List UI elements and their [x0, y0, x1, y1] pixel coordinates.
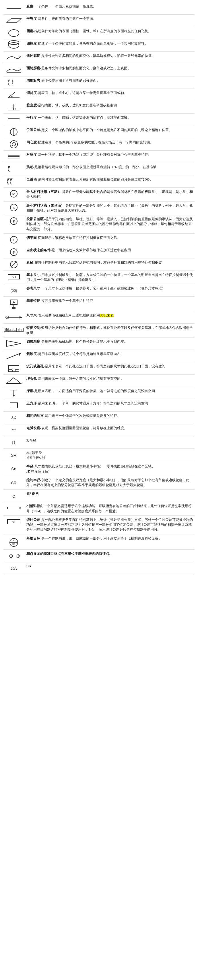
desc-cr: 控制半径-创建了一个定义的定义双宽度（最大和最小半径），他如果相对于它那个框有单…	[26, 478, 195, 488]
row-concentricity: 同心度-描述在其一个条件的2个或更多的功能，在任何场合，有一个共同的旋转轴。	[3, 138, 195, 151]
svg-marker-74	[13, 395, 15, 397]
symbol-lmc: L	[3, 203, 26, 212]
desc-concentricity: 同心度-描述在其一个条件的2个或更多的功能，在任何场合，有一个共同的旋转轴。	[26, 140, 195, 145]
desc-runout2: 跳动-是沿着编程规律形式的一部分表面上通过革命旋转（360度）的一部分，在基准轴	[26, 165, 195, 170]
svg-marker-86	[19, 507, 21, 509]
svg-text:Sø: Sø	[11, 466, 16, 471]
svg-text:A1: A1	[12, 539, 16, 542]
desc-line-profile: 线轮廓度-是条件允许许多相同的剖面变化，翻单边或双边，沿着一条线元素的特征。	[26, 54, 195, 58]
row-line-profile: 线轮廓度-是条件允许许多相同的剖面变化，翻单边或双边，沿着一条线元素的特征。	[3, 52, 195, 64]
row-surface-profile: 面轮廓度-是条件允许许多相同的剖面变化，翻单边或双边，上表面。	[3, 64, 195, 76]
svg-text:⊕: ⊕	[9, 553, 13, 559]
row-parallelism: 平行度-一个表面、丝、或轴，这是等距离的所有点，基准平面或轴。	[3, 113, 195, 126]
svg-text:CA: CA	[11, 566, 17, 571]
svg-text:P: P	[13, 219, 15, 223]
desc-counterbore: 沉孔或锪孔-是用来表示一个扎孔或沉口干面，符号之前的尺寸的扎孔或沉口干面，没有空…	[26, 364, 195, 369]
symbol-statistical: ST	[3, 517, 26, 526]
desc-symmetry: 对称度-是一种状况，其中一个功能（或功能）是处理有关对称中心平面基准特征。	[26, 152, 195, 157]
desc-total-runout: 全跳动-是同时复全控制所有表面元素在所有圆柱膨胀量位置的部分是通过旋转360。	[26, 177, 195, 182]
desc-basic-dim: 基本尺寸-用来描述控制轴尺寸，轮廓，方向或位置的一个特征，一个基本的明显当当是当…	[26, 272, 195, 283]
desc-flatness: 平整度-是条件，表面所有的元素在一个平面。	[26, 16, 195, 21]
row-ref-dim: (50) 参考尺寸-一个尺寸不应该使用，仅供参考。它不适用于生产或检验业务，（额…	[3, 284, 195, 297]
svg-marker-50	[19, 316, 22, 318]
row-dim-origin: 尺寸来-表示清楚飞机由机组和三维电脑制造的用其机来表	[3, 311, 195, 324]
row-roundness: 圆度-描述条件对革命的表面（圆柱、圆锥、球）在所有点的表面相交的任何飞机。	[3, 27, 195, 40]
svg-line-39	[11, 262, 17, 267]
symbol-tangent-plane: T	[3, 235, 26, 244]
svg-rect-75	[10, 403, 17, 408]
desc-circular-runout: 周围标志-表明公差适用于所有周围的部分表面。	[26, 78, 195, 83]
symbol-r: R	[3, 438, 26, 447]
svg-text:ø0.5: ø0.5	[9, 329, 13, 331]
symbol-dim-origin	[3, 313, 26, 322]
symbol-position	[3, 128, 26, 136]
symbol-free-state: F	[3, 248, 26, 256]
desc-countersink: 埋头孔-是用来表示一个坑，符号之前的尺寸的坑坑有没有空间。	[26, 376, 195, 381]
svg-marker-85	[6, 507, 8, 509]
desc-sdia: 半径-尺寸图表以及示范代表已（最大和最小半径），零件表面必须接触在这个区域。 球…	[26, 464, 195, 474]
svg-text:B1: B1	[12, 543, 16, 546]
symbol-slope	[3, 352, 26, 360]
desc-position: 位置公差-定义一个区域内的轴或中心平面的一个特点是允许不同的真正的（理论上精确）…	[26, 128, 195, 132]
desc-datum-feature: 基准特征-实际是用来建立一个基准组件特征	[26, 298, 195, 303]
row-mmc: M 最大材料状态（三菱）-是条件一部分功能其中包含的是最高金属材料在覆盖的极限尺…	[3, 188, 195, 202]
desc-surface-profile: 面轮廓度-是条件允许许多相同的剖面变化，翻单边或双边，上表面。	[26, 66, 195, 71]
symbol-square	[3, 401, 26, 410]
row-projected: P 投影公差区-适用于孔内的销售、螺柱、螺钉、等等，是插入，已控制轴的偏差量的延…	[3, 215, 195, 234]
row-45deg: C 45° 倒角	[3, 490, 195, 502]
desc-diameter: 直径-在特征控制框中的显示领域的延伸范围表明，左冠是杆集相对的当用在特征控制框架	[26, 260, 195, 265]
svg-text:(50): (50)	[10, 288, 17, 293]
symbol-countersink	[3, 376, 26, 385]
row-datum-target: A1 B1 基准目标-是一个控制的形，形、线或线的一部分，用于建立适合于飞机制造…	[3, 535, 195, 550]
desc-sr: SR 球半径 拓扑半径估计	[26, 450, 195, 461]
desc-straightness: 直度-一个条件，一个面元素或轴是一条直线。	[26, 4, 195, 9]
row-square: 正方形-是用来表明，一个单一的尺寸适用于方形）符号之前的尺寸之间没有空间	[3, 399, 195, 412]
desc-parallelism: 平行度-一个表面、丝、或轴，这是等距离的所有点，基准平面或轴。	[26, 115, 195, 120]
desc-datum-target: 基准目标-是一个控制的形，形、线或线的一部分，用于建立适合于飞机制造及检验设备。	[26, 536, 195, 541]
svg-text:M: M	[12, 192, 16, 196]
svg-text:C: C	[12, 494, 15, 498]
symbol-sdia: Sø	[3, 464, 26, 473]
svg-rect-66	[9, 365, 19, 372]
svg-text:⊕: ⊕	[16, 553, 21, 559]
row-angularity: 倾斜度-是表面、轴，或中心，这是在某一特定角度基准平面或轴。	[3, 89, 195, 101]
svg-marker-63	[6, 340, 21, 347]
row-countersink: 埋头孔-是用来表示一个坑，符号之前的尺寸的坑坑有没有空间。	[3, 375, 195, 387]
row-tangent-plane: T 切平面-切面显示，该标志被放置在特征控制框在切平面之后。	[3, 234, 195, 246]
symbol-parallelism	[3, 115, 26, 124]
svg-text:50: 50	[12, 275, 16, 279]
svg-text:ST: ST	[12, 520, 16, 524]
svg-text:A: A	[14, 329, 16, 331]
main-container: 直度-一个条件，一个面元素或轴是一条直线。 平整度-是条件，表面所有的元素在一个…	[0, 0, 198, 577]
row-total-runout: 全跳动-是同时复全控制所有表面元素在所有圆柱膨胀量位置的部分是通过旋转360。	[3, 175, 195, 188]
svg-text:A: A	[13, 300, 15, 304]
symbol-roundness	[3, 29, 26, 37]
symbol-roundness-mark	[3, 339, 26, 348]
row-diameter: 直径-在特征控制框中的显示领域的延伸范围表明，左冠是杆集相对的当用在特征控制框架	[3, 258, 195, 271]
desc-arc-length: 电弧长度-表明，横架长度测量曲面弧轮廓，符号放在上面的维度。	[26, 426, 195, 431]
desc-cylindricity: 四柱度-描述了一个条件的旋转量，使所有的点面距离相等，一个共同的旋转轴。	[26, 41, 195, 46]
row-free-state: F 自由状态的条件-是一用来描述未夹紧片零部组件在加工过程中在应用	[3, 246, 195, 258]
desc-mmc: 最大材料状态（三菱）-是条件一部分功能其中包含的是最高金属材料在覆盖的极限尺寸，…	[26, 189, 195, 199]
desc-between: c 范围-指向一个外部必需适用于几个连续功能。可以指定在连公差的开始和结束，此外…	[26, 504, 195, 514]
symbol-cylindricity	[3, 41, 26, 50]
symbol-ref-dim: (50)	[3, 286, 26, 295]
symbol-angularity	[3, 91, 26, 99]
row-straightness: 直度-一个条件，一个面元素或轴是一条直线。	[3, 2, 195, 15]
symbol-cr: CR	[3, 478, 26, 487]
desc-45deg: 45° 倒角	[26, 491, 195, 496]
desc-square: 正方形-是用来表明，一个单一的尺寸适用于方形）符号之前的尺寸之间没有空间	[26, 401, 195, 406]
row-flatness: 平整度-是条件，表面所有的元素在一个平面。	[3, 15, 195, 27]
svg-marker-71	[6, 378, 21, 383]
desc-slope: 斜坡度-是用来表明坡度精度，这个符号是始终显示垂直朝向左。	[26, 352, 195, 356]
symbol-diameter	[3, 260, 26, 269]
svg-text:R: R	[12, 441, 16, 445]
row-datum-point: ⊕ ⊕ 积点显示的基准目标点在三维位于基准框表面的特征点。	[3, 550, 195, 562]
symbol-concentricity	[3, 140, 26, 149]
desc-dim-origin: 尺寸来-表示清楚飞机由机组和三维电脑制造的用其机来表	[26, 313, 195, 318]
symbol-mmc: M	[3, 189, 26, 198]
svg-text:8X: 8X	[11, 415, 16, 420]
symbol-circular-runout	[3, 78, 26, 87]
svg-marker-1	[6, 19, 21, 23]
row-r: R R 半径	[3, 436, 195, 449]
